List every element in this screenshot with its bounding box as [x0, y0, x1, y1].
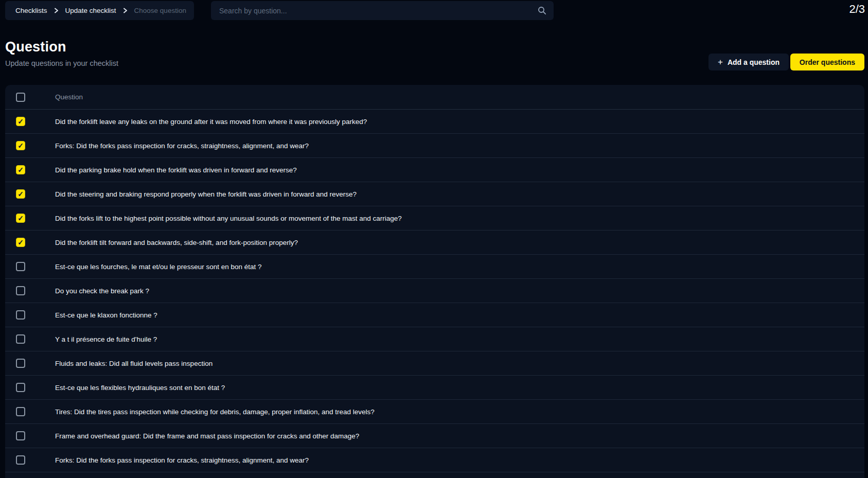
- page-subtitle: Update questions in your checklist: [5, 59, 118, 67]
- search-icon[interactable]: [538, 6, 554, 15]
- table-header-row: Question: [5, 85, 864, 110]
- row-checkbox-cell: ✓: [5, 238, 55, 247]
- table-row: Est-ce que le klaxon fonctionne ?: [5, 303, 864, 327]
- question-text: Y a t il présence de fuite d'huile ?: [55, 335, 157, 343]
- search-input[interactable]: [211, 1, 538, 20]
- row-checkbox-cell: [5, 310, 55, 320]
- table-row: ✓ Did the forklift leave any leaks on th…: [5, 110, 864, 134]
- table-row: ✓ Did the steering and braking respond p…: [5, 182, 864, 206]
- question-text: Est-ce que le klaxon fonctionne ?: [55, 311, 157, 319]
- order-questions-label: Order questions: [800, 58, 855, 66]
- question-text: Frame and overhead guard: Did the frame …: [55, 432, 359, 440]
- page-indicator: 2/3: [849, 3, 865, 16]
- row-checkbox-cell: [5, 455, 55, 465]
- breadcrumb-item-update-checklist[interactable]: Update checklist: [65, 7, 116, 14]
- row-checkbox-cell: ✓: [5, 165, 55, 174]
- row-checkbox[interactable]: [16, 310, 25, 320]
- breadcrumb-item-checklists[interactable]: Checklists: [15, 7, 47, 14]
- question-text: Fluids and leaks: Did all fluid levels p…: [55, 360, 212, 367]
- table-row: Tires: Did the tires pass inspection whi…: [5, 400, 864, 424]
- order-questions-button[interactable]: Order questions: [790, 54, 864, 70]
- breadcrumb-item-choose-question: Choose question: [134, 7, 186, 14]
- row-checkbox-cell: [5, 262, 55, 271]
- add-question-label: Add a question: [728, 58, 780, 66]
- table-row: Y a t il présence de fuite d'huile ?: [5, 327, 864, 351]
- question-column-header: Question: [55, 93, 83, 101]
- table-row: [5, 472, 864, 478]
- row-checkbox[interactable]: [16, 359, 25, 368]
- table-row: ✓ Did the parking brake hold when the fo…: [5, 158, 864, 182]
- page-title: Question: [5, 39, 66, 55]
- table-row: Est-ce que les fourches, le mat et/ou le…: [5, 255, 864, 279]
- row-checkbox[interactable]: ✓: [16, 117, 25, 126]
- table-row: Do you check the break park ?: [5, 279, 864, 303]
- question-text: Did the steering and braking respond pro…: [55, 190, 357, 198]
- questions-table: Question ✓ Did the forklift leave any le…: [5, 85, 864, 478]
- row-checkbox[interactable]: [16, 383, 25, 392]
- table-row: ✓ Did the forklift tilt forward and back…: [5, 231, 864, 255]
- plus-icon: +: [718, 58, 723, 66]
- breadcrumb: Checklists Update checklist Choose quest…: [5, 1, 194, 20]
- header-checkbox-cell: [5, 93, 55, 102]
- row-checkbox[interactable]: [16, 286, 25, 295]
- table-row: Fluids and leaks: Did all fluid levels p…: [5, 351, 864, 376]
- row-checkbox[interactable]: ✓: [16, 189, 25, 199]
- select-all-checkbox[interactable]: [16, 93, 25, 102]
- table-row: Forks: Did the forks pass inspection for…: [5, 448, 864, 472]
- row-checkbox[interactable]: ✓: [16, 238, 25, 247]
- question-text: Forks: Did the forks pass inspection for…: [55, 142, 309, 150]
- row-checkbox[interactable]: [16, 431, 25, 440]
- question-text: Did the parking brake hold when the fork…: [55, 166, 297, 174]
- table-row: Est-ce que les flexibles hydrauliques so…: [5, 376, 864, 400]
- row-checkbox-cell: [5, 334, 55, 344]
- row-checkbox-cell: ✓: [5, 141, 55, 150]
- table-body: ✓ Did the forklift leave any leaks on th…: [5, 110, 864, 478]
- row-checkbox-cell: [5, 407, 55, 416]
- chevron-right-icon: [54, 8, 59, 13]
- row-checkbox-cell: [5, 431, 55, 440]
- row-checkbox-cell: ✓: [5, 117, 55, 126]
- row-checkbox[interactable]: [16, 407, 25, 416]
- row-checkbox[interactable]: ✓: [16, 141, 25, 150]
- row-checkbox-cell: ✓: [5, 214, 55, 223]
- question-text: Did the forks lift to the highest point …: [55, 215, 402, 222]
- row-checkbox[interactable]: [16, 334, 25, 344]
- question-text: Do you check the break park ?: [55, 287, 149, 295]
- question-text: Did the forklift tilt forward and backwa…: [55, 239, 298, 246]
- chevron-right-icon: [123, 8, 128, 13]
- row-checkbox-cell: [5, 286, 55, 295]
- row-checkbox-cell: [5, 359, 55, 368]
- row-checkbox[interactable]: ✓: [16, 214, 25, 223]
- row-checkbox[interactable]: [16, 455, 25, 465]
- question-text: Est-ce que les fourches, le mat et/ou le…: [55, 263, 261, 271]
- question-text: Est-ce que les flexibles hydrauliques so…: [55, 384, 225, 392]
- row-checkbox[interactable]: [16, 262, 25, 271]
- add-question-button[interactable]: + Add a question: [708, 54, 789, 70]
- question-text: Did the forklift leave any leaks on the …: [55, 118, 367, 126]
- row-checkbox-cell: [5, 383, 55, 392]
- search-bar: [211, 1, 554, 20]
- question-text: Forks: Did the forks pass inspection for…: [55, 456, 309, 464]
- table-row: ✓ Did the forks lift to the highest poin…: [5, 206, 864, 231]
- question-text: Tires: Did the tires pass inspection whi…: [55, 408, 375, 416]
- row-checkbox-cell: ✓: [5, 189, 55, 199]
- row-checkbox[interactable]: ✓: [16, 165, 25, 174]
- table-row: ✓ Forks: Did the forks pass inspection f…: [5, 134, 864, 158]
- table-row: Frame and overhead guard: Did the frame …: [5, 424, 864, 448]
